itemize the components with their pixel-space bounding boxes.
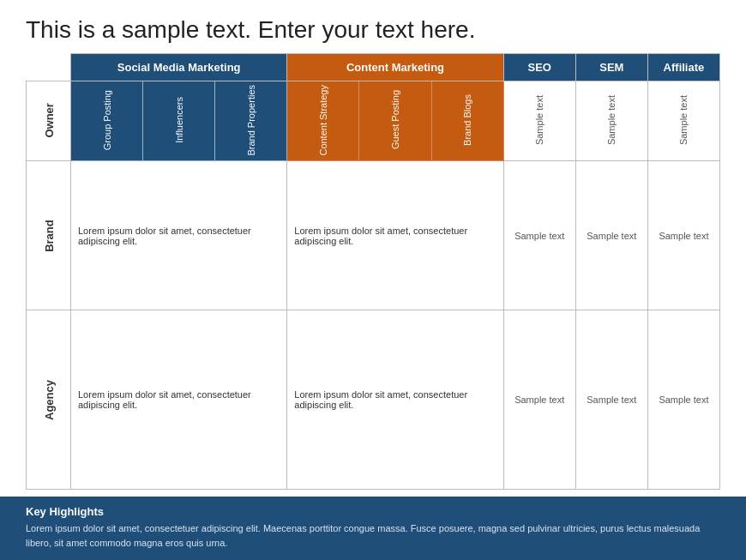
title-area: This is a sample text. Enter your text h… bbox=[0, 0, 746, 53]
header-seo: SEO bbox=[503, 53, 575, 81]
subcol-content-strategy: Content Strategy bbox=[287, 81, 359, 161]
brand-label-text: Brand bbox=[42, 220, 55, 252]
header-affiliate: Affiliate bbox=[647, 53, 719, 81]
agency-affiliate-cell: Sample text bbox=[647, 310, 719, 490]
header-row-1: Social Media Marketing Content Marketing… bbox=[27, 53, 720, 81]
brand-content-marketing-cell: Lorem ipsum dolor sit amet, consectetuer… bbox=[287, 161, 503, 310]
brand-row: Brand Lorem ipsum dolor sit amet, consec… bbox=[27, 161, 720, 310]
key-highlights-bar: Key Highlights Lorem ipsum dolor sit ame… bbox=[0, 497, 746, 560]
subcol-brand-properties: Brand Properties bbox=[215, 81, 287, 161]
owner-label-text: Owner bbox=[42, 104, 55, 138]
page-title: This is a sample text. Enter your text h… bbox=[26, 15, 720, 45]
owner-sem-cell: Sample text bbox=[575, 81, 647, 161]
owner-affiliate-cell: Sample text bbox=[647, 81, 719, 161]
subcol-guest-posting: Guest Posting bbox=[359, 81, 431, 161]
brand-sem-cell: Sample text bbox=[575, 161, 647, 310]
brand-label: Brand bbox=[27, 161, 71, 310]
brand-social-media-cell: Lorem ipsum dolor sit amet, consectetuer… bbox=[71, 161, 287, 310]
header-sem: SEM bbox=[575, 53, 647, 81]
main-table: Social Media Marketing Content Marketing… bbox=[26, 53, 720, 490]
subcol-group-posting: Group Posting bbox=[71, 81, 143, 161]
agency-seo-cell: Sample text bbox=[503, 310, 575, 490]
agency-content-marketing-cell: Lorem ipsum dolor sit amet, consectetuer… bbox=[287, 310, 503, 490]
agency-label-text: Agency bbox=[42, 380, 55, 420]
header-row-2-owner: Owner Group Posting Influencers Brand Pr… bbox=[27, 81, 720, 161]
corner-cell bbox=[27, 53, 71, 81]
table-area: Social Media Marketing Content Marketing… bbox=[0, 53, 746, 497]
key-highlights-text: Lorem ipsum dolor sit amet, consectetuer… bbox=[26, 521, 720, 550]
subcol-influencers: Influencers bbox=[143, 81, 215, 161]
agency-social-media-cell: Lorem ipsum dolor sit amet, consectetuer… bbox=[71, 310, 287, 490]
owner-label: Owner bbox=[27, 81, 71, 161]
agency-label: Agency bbox=[27, 310, 71, 490]
agency-row: Agency Lorem ipsum dolor sit amet, conse… bbox=[27, 310, 720, 490]
subcol-brand-blogs: Brand Blogs bbox=[431, 81, 503, 161]
brand-affiliate-cell: Sample text bbox=[647, 161, 719, 310]
header-content-marketing: Content Marketing bbox=[287, 53, 503, 81]
owner-seo-cell: Sample text bbox=[503, 81, 575, 161]
brand-seo-cell: Sample text bbox=[503, 161, 575, 310]
header-social-media: Social Media Marketing bbox=[71, 53, 287, 81]
agency-sem-cell: Sample text bbox=[575, 310, 647, 490]
key-highlights-title: Key Highlights bbox=[26, 505, 720, 518]
page-wrapper: This is a sample text. Enter your text h… bbox=[0, 0, 746, 560]
